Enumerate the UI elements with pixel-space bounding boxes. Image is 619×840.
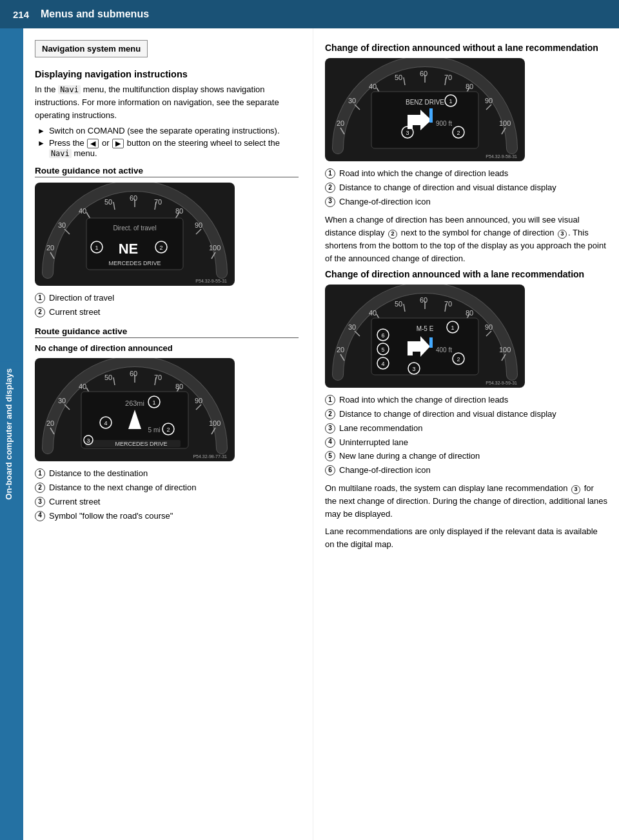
svg-text:P54.32-9-55-31: P54.32-9-55-31 (195, 279, 227, 283)
num-circle-2-3: 3 (35, 497, 45, 507)
btn-left-icon: ◀ (87, 139, 99, 148)
cluster2-container: 20 30 40 50 60 70 80 90 100 263mi 1 (35, 358, 299, 461)
left-column: Navigation system menu Displaying naviga… (23, 28, 313, 840)
num-circle-1: 1 (35, 293, 45, 303)
svg-text:20: 20 (46, 244, 54, 252)
right-column: Change of direction announced without a … (313, 28, 619, 840)
num-list-3: 1 Road into which the change of directio… (325, 168, 607, 208)
svg-text:2: 2 (159, 245, 162, 251)
svg-text:50: 50 (395, 74, 402, 81)
svg-text:2: 2 (457, 356, 460, 363)
num-item-2-1: 1 Distance to the destination (35, 468, 299, 480)
num-text-1-2: Current street (49, 306, 100, 319)
cluster1-container: 20 30 40 50 60 70 80 90 100 Direct. of t… (35, 183, 299, 286)
inline-circle-3: 3 (558, 230, 567, 239)
num-item-4-4: 4 Uninterrupted lane (325, 437, 607, 449)
num-item-2-3: 3 Current street (35, 496, 299, 508)
body-announced: When a change of direction has been anno… (325, 214, 607, 266)
num-list-4: 1 Road into which the change of directio… (325, 394, 607, 477)
num-item-3-3: 3 Change-of-direction icon (325, 196, 607, 208)
num-circle-4-2: 2 (325, 409, 335, 419)
svg-rect-86 (429, 108, 433, 123)
svg-text:50: 50 (104, 198, 112, 206)
num-text-3-1: Road into which the change of direction … (339, 168, 508, 180)
num-circle-4-4: 4 (325, 437, 335, 448)
svg-text:100: 100 (209, 419, 221, 427)
svg-text:70: 70 (444, 74, 452, 81)
cluster3-svg: 20 30 40 50 60 70 80 90 100 BENZ DRIVE 1 (325, 58, 525, 161)
svg-text:5: 5 (381, 346, 384, 353)
svg-text:50: 50 (395, 300, 402, 308)
svg-text:60: 60 (130, 370, 137, 377)
num-circle-4-5: 5 (325, 451, 335, 461)
bullet-item-1: ► Switch on COMAND (see the separate ope… (35, 126, 299, 135)
num-circle-2-4: 4 (35, 511, 45, 521)
svg-text:2: 2 (166, 426, 170, 433)
svg-text:90: 90 (485, 97, 493, 105)
svg-rect-122 (429, 337, 433, 348)
bullet-arrow-2: ► (37, 139, 45, 148)
svg-text:3: 3 (412, 366, 415, 372)
num-list-2: 1 Distance to the destination 2 Distance… (35, 468, 299, 522)
svg-text:100: 100 (209, 244, 221, 252)
num-text-4-5: New lane during a change of direction (339, 450, 480, 463)
svg-text:90: 90 (485, 323, 493, 331)
svg-text:40: 40 (369, 309, 377, 317)
svg-text:20: 20 (46, 419, 54, 427)
svg-text:Direct. of travel: Direct. of travel (113, 225, 156, 232)
cluster1-svg: 20 30 40 50 60 70 80 90 100 Direct. of t… (35, 183, 235, 286)
svg-text:70: 70 (154, 374, 162, 381)
svg-text:3: 3 (406, 130, 409, 136)
num-item-1-1: 1 Direction of travel (35, 292, 299, 305)
svg-text:20: 20 (337, 346, 344, 354)
num-text-1-1: Direction of travel (49, 292, 114, 305)
svg-text:40: 40 (369, 83, 377, 90)
svg-text:BENZ DRIVE: BENZ DRIVE (406, 99, 444, 106)
num-text-4-3: Lane recommendation (339, 423, 422, 435)
svg-text:80: 80 (175, 207, 183, 215)
svg-text:1: 1 (449, 98, 452, 105)
svg-text:MERCEDES DRIVE: MERCEDES DRIVE (108, 260, 161, 266)
svg-text:M-5 E: M-5 E (417, 325, 434, 332)
body-multilane-2: Lane recommendations are only displayed … (325, 525, 607, 551)
route-active-heading: Route guidance active (35, 326, 299, 338)
svg-text:30: 30 (348, 323, 356, 331)
num-circle-2-1: 1 (35, 468, 45, 479)
inline-circle-2: 2 (388, 230, 397, 239)
inline-circle-3b: 3 (571, 485, 580, 494)
bullet-text-2: Press the ◀ or ▶ button on the steering … (49, 138, 299, 158)
svg-text:MERCEDES DRIVE: MERCEDES DRIVE (115, 441, 167, 447)
num-text-2-2: Distance to the next change of direction (49, 482, 196, 494)
header-title: Menus and submenus (41, 8, 149, 20)
svg-text:30: 30 (58, 397, 66, 405)
svg-text:900 ft: 900 ft (436, 120, 452, 127)
btn-right-icon: ▶ (112, 139, 124, 148)
num-item-1-2: 2 Current street (35, 306, 299, 319)
num-item-2-2: 2 Distance to the next change of directi… (35, 482, 299, 494)
num-circle-4-1: 1 (325, 395, 335, 405)
svg-text:400 ft: 400 ft (436, 346, 452, 354)
navi-code-2: Navi (49, 149, 72, 158)
num-circle-3-3: 3 (325, 197, 335, 207)
svg-text:P54.32-98-77-31: P54.32-98-77-31 (193, 454, 227, 459)
main-content: On-board computer and displays Navigatio… (0, 28, 619, 840)
num-text-2-3: Current street (49, 496, 100, 508)
num-text-3-3: Change-of-direction icon (339, 196, 431, 208)
num-circle-4-3: 3 (325, 423, 335, 434)
right-heading-2: Change of direction announced with a lan… (325, 269, 607, 279)
num-text-4-1: Road into which the change of direction … (339, 394, 508, 406)
sidebar-column: On-board computer and displays (0, 28, 23, 840)
svg-text:P54.32-9-59-31: P54.32-9-59-31 (486, 381, 517, 385)
num-circle-2: 2 (35, 307, 45, 317)
cluster4-container: 20 30 40 50 60 70 80 90 100 M-5 E 1 (325, 285, 607, 388)
svg-text:20: 20 (337, 119, 344, 127)
num-circle-3-1: 1 (325, 168, 335, 179)
svg-text:2: 2 (457, 130, 460, 136)
num-circle-2-2: 2 (35, 483, 45, 493)
no-change-heading: No change of direction announced (35, 343, 299, 353)
num-item-4-1: 1 Road into which the change of directio… (325, 394, 607, 406)
svg-text:P54.32-9-58-31: P54.32-9-58-31 (486, 154, 517, 159)
num-text-4-6: Change-of-direction icon (339, 465, 431, 477)
num-item-2-4: 4 Symbol "follow the road's course" (35, 510, 299, 523)
num-circle-3-2: 2 (325, 183, 335, 193)
